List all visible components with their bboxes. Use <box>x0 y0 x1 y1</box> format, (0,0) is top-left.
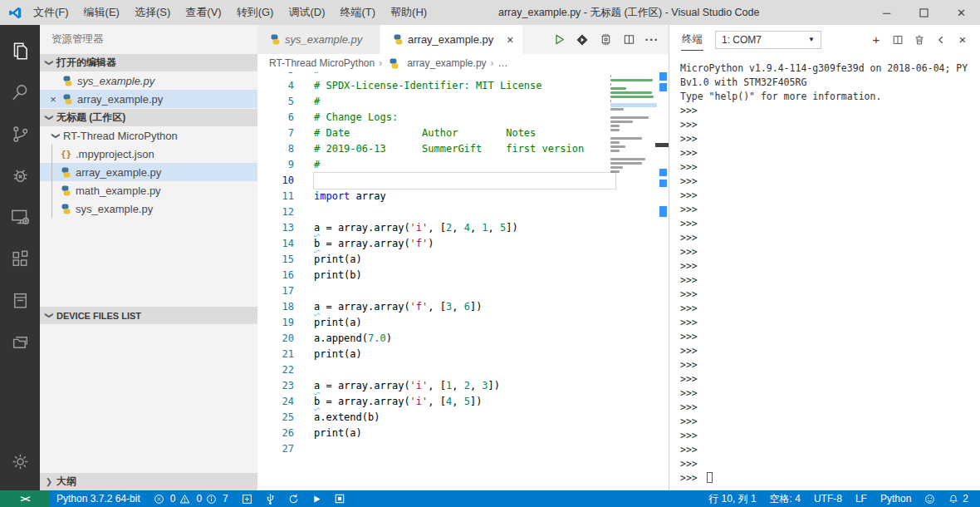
close-panel-button[interactable]: × <box>952 29 973 51</box>
code-line-19[interactable]: 19print(a) <box>257 315 669 331</box>
menu-item[interactable]: 转到(G) <box>229 0 282 25</box>
kill-terminal-button[interactable] <box>909 29 930 51</box>
sync-button[interactable] <box>282 490 306 507</box>
extensions-icon[interactable] <box>0 238 40 279</box>
breadcrumb-item[interactable]: RT-Thread MicroPython <box>269 57 375 69</box>
code-line-10[interactable]: 10 <box>257 173 669 189</box>
editor-actions: ··· <box>547 25 669 54</box>
add-port-button[interactable] <box>235 490 259 507</box>
breadcrumb-item[interactable]: array_example.py <box>386 57 486 69</box>
open-editors-header[interactable]: ❯ 打开的编辑器 <box>40 53 257 71</box>
download-to-device-button[interactable] <box>594 25 617 54</box>
code-line-4[interactable]: 4# SPDX-License-Identifier: MIT License <box>257 78 669 94</box>
run-file-button[interactable] <box>547 25 571 54</box>
code-line-26[interactable]: 26print(a) <box>257 426 669 441</box>
settings-gear-icon[interactable] <box>0 441 40 482</box>
menu-item[interactable]: 查看(V) <box>178 0 228 25</box>
encoding-status[interactable]: UTF-8 <box>807 490 849 507</box>
run-button[interactable] <box>306 490 328 507</box>
code-line-11[interactable]: 11import array <box>257 189 669 204</box>
menu-item[interactable]: 终端(T) <box>332 0 383 25</box>
minimap[interactable] <box>610 74 657 178</box>
notifications-button[interactable]: 2 <box>942 490 975 507</box>
collapse-panel-button[interactable] <box>930 29 952 51</box>
python-interpreter-status[interactable]: Python 3.7.2 64-bit <box>50 490 147 507</box>
device-log-icon[interactable] <box>0 279 40 321</box>
terminal-output[interactable]: MicroPython v1.9.4-114-g309fe39d on 2018… <box>669 54 980 490</box>
code-line-12[interactable]: 12 <box>257 204 669 220</box>
rt-thread-run-button[interactable] <box>571 25 594 54</box>
remote-indicator[interactable]: >< <box>0 490 50 507</box>
terminal-prompt-line: >>> <box>680 330 980 344</box>
folder-row[interactable]: ❯ RT-Thread MicroPython <box>40 126 257 145</box>
terminal-prompt-line: >>> <box>680 443 980 457</box>
workspace-header[interactable]: ❯ 无标题 (工作区) <box>40 108 257 126</box>
tab-array_example.py[interactable]: array_example.py× <box>380 25 523 54</box>
menu-item[interactable]: 调试(D) <box>281 0 332 25</box>
terminal-prompt-line: >>> <box>680 175 980 189</box>
maximize-button[interactable] <box>905 0 943 25</box>
terminal-tab[interactable]: 终端 <box>681 28 703 51</box>
new-terminal-button[interactable]: + <box>865 29 887 51</box>
code-line-9[interactable]: 9# <box>257 157 669 173</box>
code-line-25[interactable]: 25a.extend(b) <box>257 410 669 426</box>
remote-device-icon[interactable] <box>0 196 40 238</box>
feedback-button[interactable] <box>918 490 942 507</box>
usb-device-button[interactable] <box>259 490 282 507</box>
code-line-22[interactable]: 22 <box>257 362 669 378</box>
stop-button[interactable] <box>328 490 351 507</box>
code-line-8[interactable]: 8# 2019-06-13 SummerGift first version <box>257 141 669 157</box>
search-icon[interactable] <box>0 71 40 113</box>
code-line-16[interactable]: 16print(b) <box>257 268 669 283</box>
tree-item-array_example.py[interactable]: array_example.py <box>40 163 257 181</box>
problems-status[interactable]: 0 0 7 <box>147 490 235 507</box>
minimize-button[interactable]: ─ <box>868 0 905 25</box>
open-editor-array_example.py[interactable]: ×array_example.py <box>40 90 257 108</box>
code-line-24[interactable]: 24b = array.array('i', [4, 5]) <box>257 394 669 410</box>
code-line-3[interactable]: 3# <box>257 72 669 78</box>
tree-item-.mpyproject.json[interactable]: {}.mpyproject.json <box>40 145 257 163</box>
split-terminal-button[interactable] <box>887 29 909 51</box>
code-line-20[interactable]: 20a.append(7.0) <box>257 331 669 347</box>
split-editor-button[interactable] <box>617 25 640 54</box>
tree-item-math_example.py[interactable]: math_example.py <box>40 181 257 199</box>
code-line-18[interactable]: 18a = array.array('f', [3, 6]) <box>257 299 669 315</box>
code-editor[interactable]: 3#4# SPDX-License-Identifier: MIT Licens… <box>257 72 669 490</box>
indentation-status[interactable]: 空格: 4 <box>763 490 807 507</box>
menu-item[interactable]: 文件(F) <box>26 0 76 25</box>
device-folder-icon[interactable] <box>0 321 40 362</box>
code-line-6[interactable]: 6# Change Logs: <box>257 110 669 126</box>
outline-header[interactable]: ❯ 大纲 <box>40 472 257 490</box>
code-line-5[interactable]: 5# <box>257 94 669 110</box>
code-line-27[interactable]: 27 <box>257 441 669 457</box>
code-line-13[interactable]: 13a = array.array('i', [2, 4, 1, 5]) <box>257 220 669 236</box>
cursor-position-status[interactable]: 行 10, 列 1 <box>702 490 762 507</box>
code-line-15[interactable]: 15print(a) <box>257 252 669 268</box>
open-editor-sys_example.py[interactable]: sys_example.py <box>40 71 257 90</box>
eol-status[interactable]: LF <box>849 490 874 507</box>
language-mode-status[interactable]: Python <box>874 490 918 507</box>
sidebar-title: 资源管理器 <box>40 25 257 53</box>
close-editor-icon[interactable]: × <box>47 93 60 106</box>
more-actions-button[interactable]: ··· <box>640 25 664 54</box>
code-line-14[interactable]: 14b = array.array('f') <box>257 236 669 252</box>
code-line-21[interactable]: 21print(a) <box>257 347 669 362</box>
tree-item-sys_example.py[interactable]: sys_example.py <box>40 199 257 218</box>
menu-item[interactable]: 编辑(E) <box>76 0 127 25</box>
main-area: 资源管理器 ❯ 打开的编辑器 sys_example.py×array_exam… <box>0 25 980 490</box>
info-icon <box>206 494 217 505</box>
close-tab-icon[interactable]: × <box>507 33 513 47</box>
close-window-button[interactable]: ✕ <box>943 0 980 25</box>
device-files-header[interactable]: ❯ DEVICE FILES LIST <box>40 306 257 324</box>
debug-icon[interactable] <box>0 155 40 196</box>
explorer-icon[interactable] <box>0 30 40 71</box>
menu-item[interactable]: 选择(S) <box>127 0 178 25</box>
code-line-7[interactable]: 7# Date Author Notes <box>257 126 669 141</box>
source-control-icon[interactable] <box>0 113 40 155</box>
tab-sys_example.py[interactable]: sys_example.py <box>257 25 380 54</box>
breadcrumb-item[interactable]: … <box>498 57 508 69</box>
terminal-selector[interactable]: 1: COM7 ▼ <box>715 31 821 49</box>
code-line-23[interactable]: 23a = array.array('i', [1, 2, 3]) <box>257 378 669 394</box>
code-line-17[interactable]: 17 <box>257 283 669 299</box>
menu-item[interactable]: 帮助(H) <box>383 0 434 25</box>
